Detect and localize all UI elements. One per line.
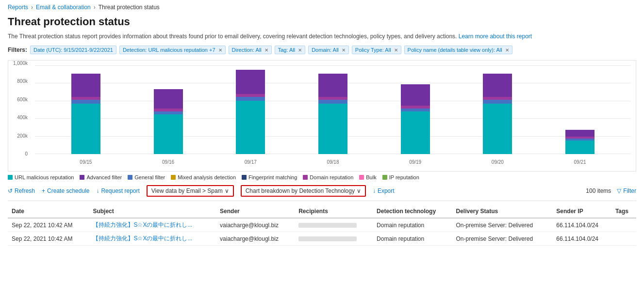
filters-label: Filters:	[8, 47, 27, 53]
chart-legend: URL malicious reputation Advanced filter…	[8, 174, 636, 180]
breadcrumb-sep2: ›	[94, 4, 96, 11]
legend-url-malicious: URL malicious reputation	[8, 174, 74, 180]
x-labels: 09/15 09/16 09/17 09/18 09/19 09/20 09/2…	[35, 155, 631, 169]
filter-policy-type-close[interactable]: ✕	[394, 47, 398, 53]
table-header-row: Date Subject Sender Recipients Detection…	[8, 205, 636, 218]
request-report-button[interactable]: Request report	[96, 187, 139, 194]
col-delivery: Delivery Status	[452, 205, 552, 218]
filter-tag[interactable]: Tag: All ✕	[275, 46, 305, 54]
filter-tag-close[interactable]: ✕	[298, 47, 302, 53]
toolbar-right: 100 items ▽ Filter	[586, 187, 636, 194]
x-label-0917: 09/17	[236, 159, 265, 165]
bar-seg-purple	[236, 70, 265, 94]
legend-label-bulk: Bulk	[366, 174, 376, 180]
view-data-dropdown[interactable]: View data by Email > Spam ∨	[147, 185, 234, 197]
filter-policy-type[interactable]: Policy Type: All ✕	[352, 46, 401, 54]
chart-inner: 09/15 09/16 09/17 09/18 09/19 09/20 09/2…	[35, 65, 631, 169]
legend-dot-url	[8, 175, 13, 180]
bar-seg-purple	[483, 74, 512, 97]
plus-icon	[42, 187, 45, 194]
cell-sender-ip-1: 66.114.104.0/24	[552, 232, 611, 246]
learn-more-link[interactable]: Learn more about this report	[459, 33, 532, 40]
bar-seg-purple	[154, 89, 183, 109]
download-icon	[96, 187, 99, 194]
filter-direction-close[interactable]: ✕	[264, 47, 268, 53]
description: The Threat protection status report prov…	[8, 32, 636, 41]
legend-label-fp: Fingerprint matching	[248, 174, 297, 180]
cell-sender-0: vaiacharge@klougl.biz	[216, 218, 295, 232]
filter-policy-name-close[interactable]: ✕	[505, 47, 509, 53]
export-icon	[373, 187, 376, 194]
bar-group-0921	[565, 130, 594, 154]
x-label-0921: 09/21	[565, 159, 594, 165]
bar-seg-teal	[565, 140, 594, 154]
bar-stack-0915	[71, 74, 100, 154]
filter-direction[interactable]: Direction: All ✕	[229, 46, 272, 54]
chart-container: 1,000k 800k 600k 400k 200k 0	[8, 60, 636, 172]
bar-group-0918	[318, 74, 347, 154]
table-row: Sep 22, 2021 10:42 AM 【持続力強化】S☆Xの最中に折れし.…	[8, 218, 636, 232]
filter-icon: ▽	[617, 187, 621, 194]
breadcrumb-reports[interactable]: Reports	[8, 4, 28, 11]
breadcrumb-current: Threat protection status	[99, 4, 160, 11]
filter-button[interactable]: ▽ Filter	[617, 187, 636, 194]
bar-group-0915	[71, 74, 100, 154]
breadcrumb-sep1: ›	[31, 4, 33, 11]
legend-dot-adv	[80, 175, 84, 180]
create-schedule-button[interactable]: Create schedule	[42, 187, 89, 194]
col-recipients: Recipients	[295, 205, 373, 218]
bar-seg-teal	[401, 111, 430, 154]
request-report-label: Request report	[101, 187, 139, 194]
cell-sender-1: vaiacharge@klougl.biz	[216, 232, 295, 246]
legend-label-ip: IP reputation	[389, 174, 419, 180]
cell-delivery-0: On-premise Server: Delivered	[452, 218, 552, 232]
filter-date: Date (UTC): 9/15/2021-9/22/2021	[30, 46, 116, 54]
toolbar: Refresh Create schedule Request report V…	[8, 185, 636, 201]
legend-general-filter: General filter	[128, 174, 165, 180]
export-button[interactable]: Export	[373, 187, 395, 194]
filter-detection[interactable]: Detection: URL malicious reputation +7 ✕	[119, 46, 226, 54]
legend-dot-mix	[171, 175, 176, 180]
bar-group-0920	[483, 74, 512, 154]
bar-seg-purple	[71, 74, 100, 97]
chart-breakdown-chevron: ∨	[357, 187, 361, 194]
refresh-button[interactable]: Refresh	[8, 187, 35, 194]
cell-detection-0: Domain reputation	[373, 218, 452, 232]
legend-ip-rep: IP reputation	[382, 174, 419, 180]
bars-area	[35, 65, 631, 154]
bar-seg-teal	[318, 104, 347, 154]
breadcrumb-email-collab[interactable]: Email & collaboration	[36, 4, 91, 11]
table-body: Sep 22, 2021 10:42 AM 【持続力強化】S☆Xの最中に折れし.…	[8, 218, 636, 246]
filter-policy-name[interactable]: Policy name (details table view only): A…	[404, 46, 512, 54]
table-header: Date Subject Sender Recipients Detection…	[8, 205, 636, 218]
cell-delivery-1: On-premise Server: Delivered	[452, 232, 552, 246]
create-schedule-label: Create schedule	[47, 187, 89, 194]
cell-recipients-1	[295, 232, 373, 246]
legend-dot-dom	[303, 175, 308, 180]
items-count: 100 items	[586, 187, 611, 194]
chart-breakdown-dropdown[interactable]: Chart breakdown by Detection Technology …	[241, 185, 366, 197]
cell-subject-0[interactable]: 【持続力強化】S☆Xの最中に折れし...	[89, 218, 216, 232]
bar-seg-teal	[483, 104, 512, 154]
bar-group-0916	[154, 89, 183, 154]
cell-date-1: Sep 22, 2021 10:42 AM	[8, 232, 89, 246]
cell-date-0: Sep 22, 2021 10:42 AM	[8, 218, 89, 232]
legend-advanced-filter: Advanced filter	[80, 174, 122, 180]
x-label-0919: 09/19	[401, 159, 430, 165]
col-sender-ip: Sender IP	[552, 205, 611, 218]
x-label-0916: 09/16	[154, 159, 183, 165]
x-label-0920: 09/20	[483, 159, 512, 165]
description-text: The Threat protection status report prov…	[8, 33, 457, 40]
bar-seg-blue	[483, 100, 512, 104]
bar-seg-purple	[565, 130, 594, 137]
filter-domain[interactable]: Domain: All ✕	[308, 46, 349, 54]
filter-domain-close[interactable]: ✕	[342, 47, 346, 53]
breadcrumb: Reports › Email & collaboration › Threat…	[8, 4, 636, 11]
filter-detection-close[interactable]: ✕	[218, 47, 222, 53]
x-label-0918: 09/18	[318, 159, 347, 165]
legend-fingerprint: Fingerprint matching	[242, 174, 297, 180]
data-table: Date Subject Sender Recipients Detection…	[8, 205, 636, 246]
cell-subject-1[interactable]: 【持続力強化】S☆Xの最中に折れし...	[89, 232, 216, 246]
legend-dot-ip	[382, 175, 387, 180]
bar-seg-blue	[71, 100, 100, 104]
